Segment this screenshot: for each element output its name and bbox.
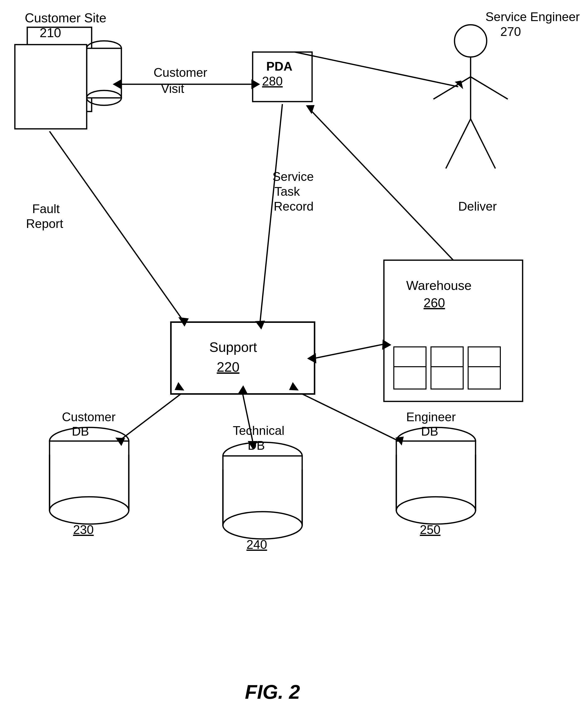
technical-db-number: 240: [247, 538, 267, 552]
service-task-label3: Record: [274, 200, 314, 213]
svg-rect-5: [15, 45, 87, 129]
customer-site-label: Customer Site: [25, 11, 106, 25]
service-task-label2: Task: [274, 185, 300, 199]
warehouse-label: Warehouse: [406, 278, 471, 293]
engineer-db-number: 250: [420, 523, 440, 537]
customer-visit-label2: Visit: [161, 82, 184, 96]
diagram-container: Customer Site 210 PDA 280 Service Engine…: [0, 0, 588, 725]
fault-report-label1: Fault: [32, 202, 60, 216]
pda-number: 280: [262, 74, 282, 88]
customer-visit-label1: Customer: [153, 66, 207, 80]
fault-report-label2: Report: [26, 217, 63, 231]
service-engineer-number: 270: [500, 25, 521, 39]
warehouse-number: 260: [423, 296, 445, 310]
service-engineer-label: Service Engineer: [485, 10, 580, 24]
figure-label: FIG. 2: [245, 681, 300, 703]
pda-label: PDA: [266, 60, 293, 73]
customer-db-number: 230: [73, 523, 93, 537]
diagram-svg: Customer Site 210 PDA 280 Service Engine…: [0, 0, 588, 725]
service-task-label1: Service: [272, 170, 314, 184]
support-label: Support: [209, 339, 257, 355]
engineer-db-label1: Engineer: [406, 410, 456, 424]
technical-db-label1: Technical: [233, 424, 284, 438]
svg-point-28: [223, 512, 302, 539]
technical-db-label2: DB: [248, 439, 265, 452]
svg-point-33: [396, 497, 476, 524]
svg-point-23: [49, 497, 129, 524]
deliver-label: Deliver: [458, 200, 497, 213]
customer-site-number: 210: [40, 25, 61, 40]
support-number: 220: [217, 359, 239, 375]
customer-db-label2: DB: [72, 424, 89, 438]
customer-db-label1: Customer: [62, 410, 115, 424]
engineer-db-label2: DB: [421, 424, 438, 438]
